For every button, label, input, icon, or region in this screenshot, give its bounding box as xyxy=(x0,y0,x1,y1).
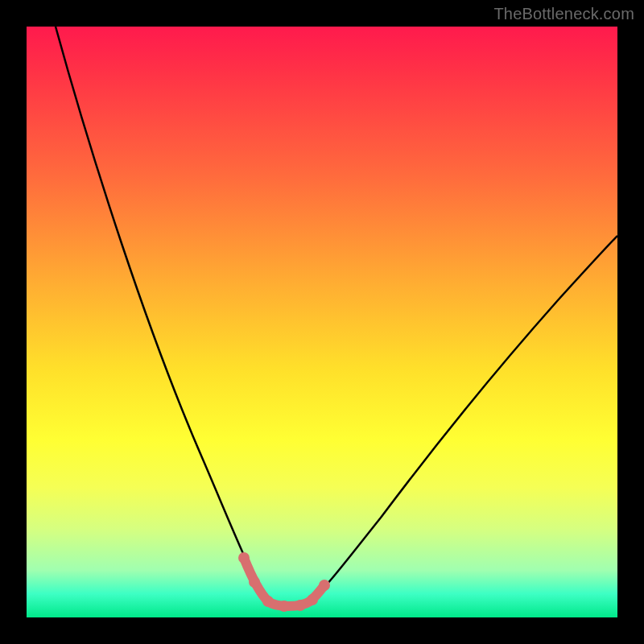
plot-area xyxy=(27,27,617,617)
highlight-dot xyxy=(319,580,330,591)
highlight-dot xyxy=(238,552,250,564)
watermark-text: TheBottleneck.com xyxy=(493,5,634,23)
highlight-dot xyxy=(295,600,306,611)
highlight-dot xyxy=(279,601,290,612)
outer-frame: TheBottleneck.com xyxy=(0,0,644,644)
chart-svg xyxy=(27,27,617,617)
highlight-dot xyxy=(249,576,260,588)
curve-left xyxy=(56,27,268,601)
highlight-dot xyxy=(307,594,318,605)
highlight-dot xyxy=(262,596,274,607)
curve-right xyxy=(310,236,617,601)
